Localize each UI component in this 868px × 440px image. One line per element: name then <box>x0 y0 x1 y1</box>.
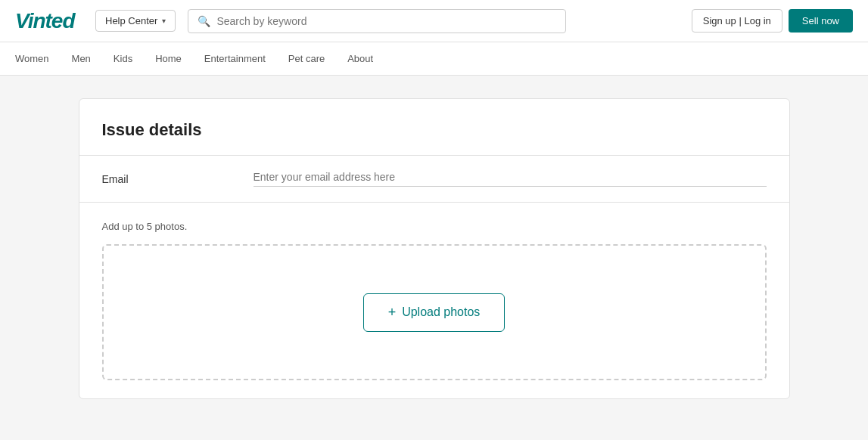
issue-details-header: Issue details <box>79 99 789 156</box>
help-center-button[interactable]: Help Center ▾ <box>95 10 176 32</box>
nav-item-pet-care[interactable]: Pet care <box>288 44 325 73</box>
issue-details-card: Issue details Email Add up to 5 photos. … <box>79 98 790 399</box>
nav-item-about[interactable]: About <box>347 44 373 73</box>
email-row: Email <box>79 156 789 203</box>
help-center-label: Help Center <box>105 15 157 26</box>
main-content: Issue details Email Add up to 5 photos. … <box>64 98 805 399</box>
photo-hint: Add up to 5 photos. <box>102 221 767 232</box>
search-bar: 🔍 <box>188 9 566 33</box>
email-field[interactable] <box>254 171 767 187</box>
photo-section: Add up to 5 photos. + Upload photos <box>79 203 789 398</box>
photo-dropzone[interactable]: + Upload photos <box>102 244 767 380</box>
plus-icon: + <box>388 305 397 321</box>
search-icon: 🔍 <box>198 15 210 27</box>
nav-item-women[interactable]: Women <box>15 44 49 73</box>
header-actions: Sign up | Log in Sell now <box>692 9 853 33</box>
nav-item-men[interactable]: Men <box>72 44 91 73</box>
nav-item-home[interactable]: Home <box>155 44 182 73</box>
logo[interactable]: Vinted <box>15 9 83 33</box>
nav-item-kids[interactable]: Kids <box>114 44 132 73</box>
upload-photos-label: Upload photos <box>402 305 480 319</box>
header: Vinted Help Center ▾ 🔍 Sign up | Log in … <box>0 0 868 42</box>
email-label: Email <box>102 173 254 185</box>
sell-now-button[interactable]: Sell now <box>789 9 853 33</box>
main-nav: Women Men Kids Home Entertainment Pet ca… <box>0 42 868 76</box>
chevron-down-icon: ▾ <box>162 17 166 25</box>
nav-item-entertainment[interactable]: Entertainment <box>204 44 266 73</box>
issue-details-title: Issue details <box>102 120 767 140</box>
upload-photos-button[interactable]: + Upload photos <box>363 293 506 332</box>
sign-up-login-button[interactable]: Sign up | Log in <box>692 9 782 33</box>
search-input[interactable] <box>216 15 556 27</box>
